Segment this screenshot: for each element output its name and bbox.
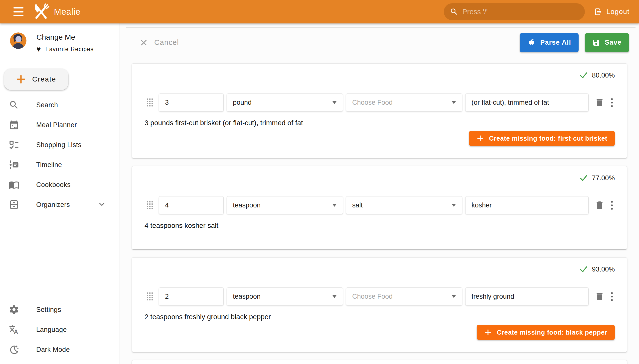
sidebar-item-organizers[interactable]: Organizers: [0, 195, 120, 215]
note-field[interactable]: [465, 94, 589, 112]
food-placeholder: Choose Food: [352, 99, 393, 106]
drag-handle-icon[interactable]: [147, 201, 153, 209]
save-button[interactable]: Save: [585, 33, 629, 52]
quantity-field[interactable]: [159, 288, 224, 306]
ingredient-card: 77.00% teaspoon salt: [132, 166, 627, 249]
plus-icon: [484, 328, 492, 336]
check-icon: [579, 174, 588, 182]
dropdown-caret-icon: [332, 204, 337, 207]
cabinet-icon: [8, 200, 20, 210]
quantity-field[interactable]: [159, 94, 224, 112]
logout-button[interactable]: Logout: [594, 8, 629, 16]
confidence-value: 77.00%: [592, 174, 615, 182]
heart-icon: ♥: [37, 46, 41, 53]
svg-text:A: A: [14, 328, 18, 335]
sidebar-item-cookbooks[interactable]: Cookbooks: [0, 175, 120, 195]
search-input[interactable]: [462, 8, 572, 16]
check-icon: [579, 71, 588, 80]
logout-label: Logout: [606, 8, 629, 16]
book-icon: [8, 180, 20, 190]
note-field[interactable]: [465, 288, 589, 306]
food-select[interactable]: Choose Food: [346, 288, 462, 306]
unit-select[interactable]: pound: [227, 94, 343, 112]
food-select[interactable]: salt: [346, 196, 462, 214]
sidebar-item-label: Timeline: [36, 161, 62, 169]
note-field[interactable]: [465, 196, 589, 214]
sidebar-item-settings[interactable]: Settings: [0, 300, 120, 320]
drag-handle-icon[interactable]: [147, 292, 153, 300]
sidebar-item-label: Organizers: [36, 201, 70, 209]
quantity-field[interactable]: [159, 196, 224, 214]
food-placeholder: Choose Food: [352, 293, 393, 300]
cancel-label: Cancel: [154, 38, 179, 46]
sidebar-item-search[interactable]: Search: [0, 95, 120, 115]
unit-value: teaspoon: [233, 202, 261, 209]
favorite-recipes-label: Favorite Recipes: [46, 46, 94, 52]
note-input[interactable]: [472, 202, 582, 209]
unit-value: pound: [233, 99, 252, 106]
food-value: salt: [352, 202, 363, 209]
gear-icon: [8, 304, 20, 315]
menu-icon[interactable]: [14, 7, 25, 16]
timeline-icon: [8, 160, 20, 170]
avatar[interactable]: [10, 32, 27, 49]
sidebar-item-language[interactable]: A Language: [0, 320, 120, 340]
confidence-row: 77.00%: [144, 174, 615, 182]
app-bar: Mealie Logout: [0, 0, 639, 24]
sidebar-item-dark-mode[interactable]: Dark Mode: [0, 340, 120, 360]
more-options-button[interactable]: [611, 201, 613, 210]
create-button[interactable]: Create: [4, 68, 68, 90]
checklist-icon: [8, 140, 20, 150]
sidebar-item-label: Search: [36, 101, 58, 109]
more-options-button[interactable]: [611, 292, 613, 301]
ingredient-card: 80.00% pound Choose Food: [132, 63, 627, 158]
user-section: Change Me ♥ Favorite Recipes: [0, 24, 120, 53]
calendar-icon: [8, 120, 20, 130]
confidence-value: 93.00%: [592, 266, 615, 273]
unit-select[interactable]: teaspoon: [227, 196, 343, 214]
dropdown-caret-icon: [452, 295, 456, 298]
sidebar-item-label: Cookbooks: [36, 181, 71, 189]
drag-handle-icon[interactable]: [147, 98, 153, 106]
sidebar: Change Me ♥ Favorite Recipes Create Sear…: [0, 24, 120, 364]
unit-select[interactable]: teaspoon: [227, 288, 343, 306]
parse-all-button[interactable]: Parse All: [520, 33, 579, 52]
confidence-row: 93.00%: [144, 265, 615, 274]
sidebar-item-meal-planner[interactable]: Meal Planner: [0, 115, 120, 135]
ingredient-card: 93.00% teaspoon Choose Food: [132, 257, 627, 352]
fork-tines: [44, 4, 49, 9]
delete-button[interactable]: [594, 98, 604, 108]
parse-all-label: Parse All: [540, 39, 571, 46]
delete-button[interactable]: [594, 200, 604, 210]
global-search[interactable]: [444, 3, 585, 20]
create-missing-food-button[interactable]: Create missing food: black pepper: [477, 325, 615, 340]
trash-icon: [594, 200, 604, 210]
create-missing-food-label: Create missing food: first-cut brisket: [489, 135, 607, 142]
food-select[interactable]: Choose Food: [346, 94, 462, 112]
cancel-button[interactable]: Cancel: [140, 38, 179, 46]
note-input[interactable]: [472, 293, 582, 300]
create-missing-food-button[interactable]: Create missing food: first-cut brisket: [469, 131, 615, 146]
quantity-input[interactable]: [165, 99, 218, 106]
apple-icon: [527, 38, 536, 47]
quantity-input[interactable]: [165, 202, 218, 209]
dropdown-caret-icon: [332, 295, 337, 298]
sidebar-item-shopping-lists[interactable]: Shopping Lists: [0, 135, 120, 155]
favorite-recipes-link[interactable]: ♥ Favorite Recipes: [37, 46, 94, 53]
sidebar-item-timeline[interactable]: Timeline: [0, 155, 120, 175]
translate-icon: A: [8, 324, 20, 335]
sidebar-item-label: Shopping Lists: [36, 141, 81, 149]
more-options-button[interactable]: [611, 98, 613, 107]
close-icon: [140, 39, 148, 46]
confidence-row: 80.00%: [144, 71, 615, 80]
save-icon: [592, 39, 600, 46]
create-missing-food-label: Create missing food: black pepper: [497, 328, 607, 336]
note-input[interactable]: [472, 99, 582, 106]
sidebar-divider: [0, 62, 120, 62]
sidebar-item-label: Dark Mode: [36, 346, 70, 354]
delete-button[interactable]: [594, 292, 604, 302]
dropdown-caret-icon: [452, 204, 456, 207]
quantity-input[interactable]: [165, 293, 218, 300]
user-name: Change Me: [37, 33, 94, 42]
plus-icon: [16, 74, 26, 84]
